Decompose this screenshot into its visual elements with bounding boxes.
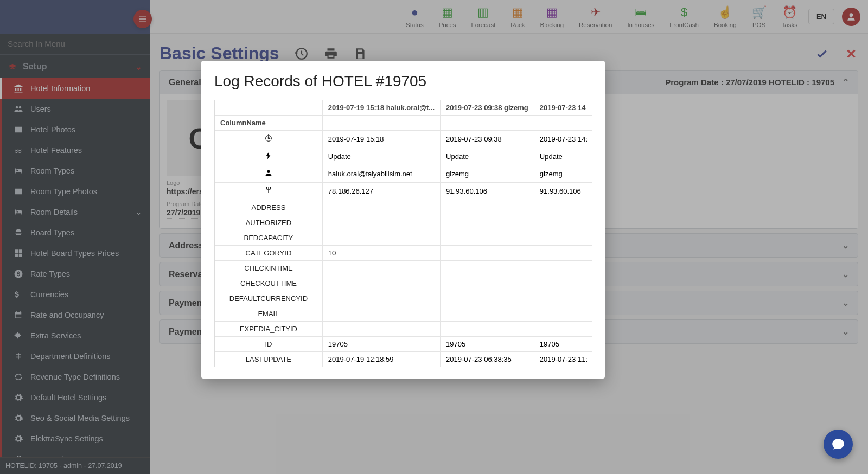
table-row: CATEGORYID10 (215, 246, 592, 261)
log-cell: 19705 (323, 337, 441, 352)
table-row: EMAIL (215, 306, 592, 322)
log-cell: 19705 (441, 337, 534, 352)
log-cell: Update (323, 148, 441, 165)
log-cell (534, 200, 592, 215)
log-records-table: 2019-07-19 15:18 haluk.oral@t...2019-07-… (214, 100, 592, 367)
log-cell (534, 322, 592, 337)
log-cell (534, 230, 592, 246)
table-row: LASTUPDATE2019-07-19 12:18:592019-07-23 … (215, 352, 592, 367)
log-column-name: EMAIL (215, 306, 323, 322)
table-row: haluk.oral@talyabilisim.netgizemggizemg (215, 165, 592, 183)
table-row: EXPEDIA_CITYID (215, 322, 592, 337)
log-cell (323, 200, 441, 215)
log-cell (441, 322, 534, 337)
log-column-header[interactable]: 2019-07-23 09:38 gizemg (441, 100, 534, 116)
log-cell (323, 215, 441, 230)
log-cell: 2019-07-23 11: (534, 352, 592, 367)
log-column-name: BEDCAPACITY (215, 230, 323, 246)
log-column-header[interactable]: 2019-07-23 14 (534, 100, 592, 116)
log-cell (534, 261, 592, 276)
log-cell (534, 276, 592, 291)
chat-fab[interactable] (824, 430, 853, 459)
log-cell (441, 215, 534, 230)
log-cell (323, 276, 441, 291)
log-cell: 2019-07-23 09:38 (441, 131, 534, 148)
log-cell: gizemg (534, 165, 592, 183)
table-row: UpdateUpdateUpdate (215, 148, 592, 165)
table-row: 2019-07-19 15:182019-07-23 09:382019-07-… (215, 131, 592, 148)
log-cell: 19705 (534, 337, 592, 352)
log-cell (441, 306, 534, 322)
table-row: DEFAULTCURRENCYID (215, 291, 592, 306)
log-cell: Update (441, 148, 534, 165)
log-cell: haluk.oral@talyabilisim.net (323, 165, 441, 183)
table-header-row: 2019-07-19 15:18 haluk.oral@t...2019-07-… (215, 100, 592, 116)
log-cell (323, 322, 441, 337)
log-cell (441, 261, 534, 276)
log-cell: 91.93.60.106 (534, 183, 592, 200)
log-cell (534, 291, 592, 306)
log-column-name: CATEGORYID (215, 246, 323, 261)
table-row: AUTHORIZED (215, 215, 592, 230)
log-column-name: AUTHORIZED (215, 215, 323, 230)
bolt-icon (215, 148, 323, 165)
table-row: CHECKINTIME (215, 261, 592, 276)
log-records-modal: Log Records of HOTEL #19705 2019-07-19 1… (201, 61, 605, 379)
log-cell (534, 246, 592, 261)
log-cell (323, 230, 441, 246)
log-cell: Update (534, 148, 592, 165)
log-column-name: CHECKINTIME (215, 261, 323, 276)
table-row: ID197051970519705 (215, 337, 592, 352)
log-cell: gizemg (441, 165, 534, 183)
log-column-name: LASTUPDATE (215, 352, 323, 367)
user-icon (215, 165, 323, 183)
log-cell: 78.186.26.127 (323, 183, 441, 200)
log-cell (534, 306, 592, 322)
log-cell: 91.93.60.106 (441, 183, 534, 200)
log-cell: 2019-07-23 06:38:35 (441, 352, 534, 367)
log-cell: 2019-07-19 15:18 (323, 131, 441, 148)
log-column-name: EXPEDIA_CITYID (215, 322, 323, 337)
log-column-name: ADDRESS (215, 200, 323, 215)
table-row: 78.186.26.12791.93.60.10691.93.60.106 (215, 183, 592, 200)
log-cell (323, 291, 441, 306)
log-cell (323, 306, 441, 322)
table-row: ADDRESS (215, 200, 592, 215)
log-cell (323, 261, 441, 276)
log-column-name: ID (215, 337, 323, 352)
log-column-name: DEFAULTCURRENCYID (215, 291, 323, 306)
log-cell (534, 215, 592, 230)
time-icon (215, 131, 323, 148)
log-cell (441, 246, 534, 261)
log-column-name: CHECKOUTTIME (215, 276, 323, 291)
table-row: BEDCAPACITY (215, 230, 592, 246)
log-cell (441, 276, 534, 291)
fork-icon (215, 183, 323, 200)
log-cell (441, 200, 534, 215)
columnname-header: ColumnName (215, 116, 323, 131)
modal-title: Log Records of HOTEL #19705 (214, 73, 592, 90)
log-cell: 2019-07-23 14: (534, 131, 592, 148)
log-cell (441, 230, 534, 246)
log-column-header[interactable]: 2019-07-19 15:18 haluk.oral@t... (323, 100, 441, 116)
log-cell (441, 291, 534, 306)
log-cell: 10 (323, 246, 441, 261)
log-cell: 2019-07-19 12:18:59 (323, 352, 441, 367)
table-row: CHECKOUTTIME (215, 276, 592, 291)
